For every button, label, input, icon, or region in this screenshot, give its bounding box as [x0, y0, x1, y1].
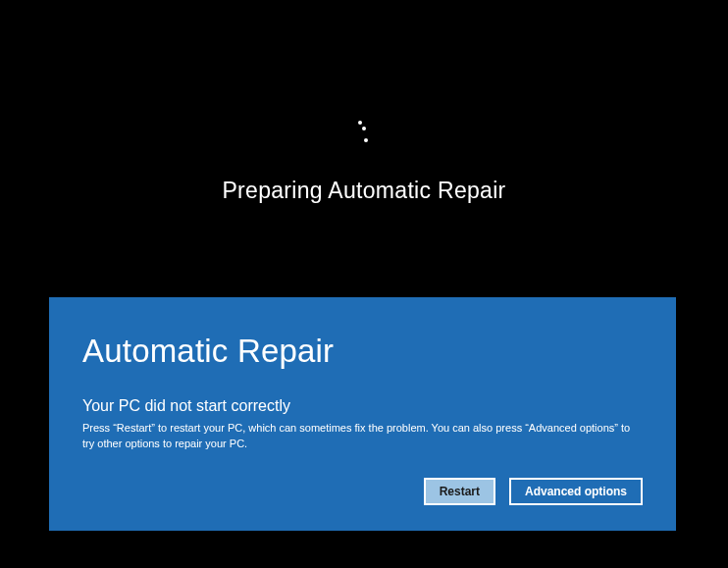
boot-screen: Preparing Automatic Repair	[0, 0, 728, 294]
loading-spinner-icon	[344, 121, 384, 160]
recovery-subtitle: Your PC did not start correctly	[82, 397, 643, 415]
restart-button[interactable]: Restart	[424, 478, 495, 505]
boot-status-text: Preparing Automatic Repair	[222, 178, 505, 204]
advanced-options-button[interactable]: Advanced options	[509, 478, 643, 505]
recovery-body-text: Press “Restart” to restart your PC, whic…	[82, 421, 632, 452]
recovery-title: Automatic Repair	[82, 333, 643, 370]
recovery-panel: Automatic Repair Your PC did not start c…	[49, 297, 676, 531]
button-row: Restart Advanced options	[424, 478, 643, 505]
